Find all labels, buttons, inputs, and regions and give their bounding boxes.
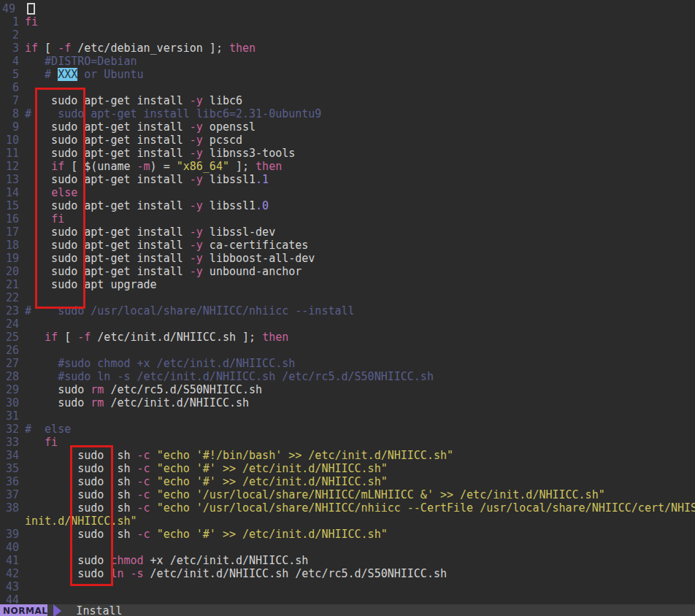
code-text[interactable]: sudo apt-get install -y ca-certificates	[25, 239, 695, 252]
code-segment: /etc/init.d/NHIICC.sh /etc/rc5.d/S50NHII…	[144, 567, 447, 580]
code-text[interactable]: # XXX or Ubuntu	[25, 68, 695, 81]
code-text[interactable]	[25, 541, 695, 554]
code-text[interactable]: # sudo apt-get install libc6=2.31-0ubunt…	[25, 107, 695, 120]
code-segment: sudo sh	[25, 501, 137, 515]
code-text[interactable]: sudo sh -c "echo '#' >> /etc/init.d/NHII…	[25, 462, 695, 475]
code-text[interactable]: if [ -f /etc/debian_version ]; then	[25, 42, 695, 55]
code-text[interactable]: sudo chmod +x /etc/init.d/NHIICC.sh	[25, 554, 695, 567]
powerline-arrow-icon	[53, 604, 61, 616]
code-text[interactable]	[25, 291, 695, 304]
code-text[interactable]	[27, 2, 695, 15]
code-text[interactable]: sudo sh -c "echo '#' >> /etc/init.d/NHII…	[25, 475, 695, 488]
code-segment: libc6	[203, 94, 242, 107]
code-segment: ln	[110, 567, 123, 580]
code-segment: -c	[137, 449, 150, 462]
code-text[interactable]: sudo apt upgrade	[25, 278, 695, 291]
code-segment: .1	[256, 173, 269, 186]
code-text[interactable]: #sudo chmod +x /etc/init.d/NHIICC.sh	[25, 357, 695, 370]
code-text[interactable]: fi	[25, 15, 695, 28]
code-text[interactable]: sudo apt-get install -y unbound-anchor	[25, 265, 695, 278]
code-text[interactable]: sudo sh -c "echo '#' >> /etc/init.d/NHII…	[25, 528, 695, 541]
code-segment: if	[25, 42, 38, 55]
line-number: 40	[0, 541, 19, 554]
code-text[interactable]	[25, 317, 695, 331]
code-text[interactable]	[25, 28, 695, 42]
line-number: 10	[0, 134, 19, 147]
code-segment	[150, 475, 157, 488]
code-segment: libssl1	[203, 199, 256, 212]
code-text[interactable]	[25, 593, 695, 604]
code-segment: then	[262, 331, 288, 344]
code-segment	[150, 462, 157, 475]
code-text[interactable]: else	[25, 186, 695, 199]
code-text[interactable]: sudo apt-get install -y libssl-dev	[25, 226, 695, 239]
code-line: 4 #DISTRO=Debian	[0, 55, 695, 68]
line-number: 35	[0, 462, 19, 475]
search-highlight: XXX	[58, 68, 77, 81]
code-text[interactable]: sudo sh -c "echo '/usr/local/share/NHIIC…	[25, 501, 695, 515]
code-segment: [ $(uname	[64, 160, 137, 173]
code-segment: -m	[137, 160, 150, 173]
code-area[interactable]: 491fi23if [ -f /etc/debian_version ]; th…	[0, 2, 695, 604]
code-segment: sudo	[25, 383, 91, 396]
code-segment: sudo apt-get install	[25, 94, 190, 107]
code-line: 38 sudo sh -c "echo '/usr/local/share/NH…	[0, 501, 695, 515]
code-line: 9 sudo apt-get install -y openssl	[0, 120, 695, 134]
code-text[interactable]: sudo rm /etc/init.d/NHIICC.sh	[25, 396, 695, 409]
code-text[interactable]: sudo apt-get install -y libc6	[25, 94, 695, 107]
code-text[interactable]: #DISTRO=Debian	[25, 55, 695, 68]
code-text[interactable]	[25, 344, 695, 357]
code-segment: "echo '#!/bin/bash' >> /etc/init.d/NHIIC…	[157, 449, 453, 462]
code-segment: /etc/rc5.d/S50NHIICC.sh	[104, 383, 262, 396]
line-number: 34	[0, 449, 19, 462]
code-segment: fi	[45, 436, 58, 449]
code-line: 49	[0, 2, 695, 15]
code-line: 11 sudo apt-get install -y libnss3-tools	[0, 147, 695, 160]
line-number: 49	[0, 2, 21, 15]
code-segment: -y	[190, 265, 203, 278]
code-text[interactable]	[25, 580, 695, 593]
code-text[interactable]: sudo sh -c "echo '/usr/local/share/NHIIC…	[25, 488, 695, 501]
code-line: 12 if [ $(uname -m) = "x86_64" ]; then	[0, 160, 695, 173]
code-text[interactable]	[25, 81, 695, 94]
line-number: 9	[0, 120, 19, 134]
code-line: 44	[0, 593, 695, 604]
code-line: 42 sudo ln -s /etc/init.d/NHIICC.sh /etc…	[0, 567, 695, 580]
code-text[interactable]: sudo apt-get install -y openssl	[25, 120, 695, 134]
code-segment: -y	[190, 173, 203, 186]
code-text[interactable]: sudo apt-get install -y libboost-all-dev	[25, 252, 695, 265]
code-text[interactable]: sudo apt-get install -y libssl1.1	[25, 173, 695, 186]
code-segment: init.d/NHIICC.sh"	[25, 515, 137, 528]
code-text[interactable]: # sudo /usr/local/share/NHIICC/nhiicc --…	[25, 304, 695, 317]
code-text[interactable]: sudo apt-get install -y pcscd	[25, 134, 695, 147]
line-number: 26	[0, 344, 19, 357]
code-segment: if	[45, 331, 58, 344]
code-line: 37 sudo sh -c "echo '/usr/local/share/NH…	[0, 488, 695, 501]
line-number: 3	[0, 42, 19, 55]
code-text[interactable]: sudo sh -c "echo '#!/bin/bash' >> /etc/i…	[25, 449, 695, 462]
code-text[interactable]: if [ -f /etc/init.d/NHIICC.sh ]; then	[25, 331, 695, 344]
code-segment: # sudo apt-get install libc6=2.31-0ubunt…	[25, 107, 321, 120]
code-text[interactable]: init.d/NHIICC.sh"	[25, 515, 695, 528]
code-text[interactable]: #sudo ln -s /etc/init.d/NHIICC.sh /etc/r…	[25, 370, 695, 383]
code-text[interactable]: sudo ln -s /etc/init.d/NHIICC.sh /etc/rc…	[25, 567, 695, 580]
code-segment: libboost-all-dev	[203, 252, 315, 265]
code-text[interactable]: # else	[25, 423, 695, 436]
code-text[interactable]: sudo rm /etc/rc5.d/S50NHIICC.sh	[25, 383, 695, 396]
filename-label: Install	[76, 604, 122, 616]
line-number: 41	[0, 554, 19, 567]
code-segment: -s	[131, 567, 144, 580]
code-line: 31	[0, 409, 695, 423]
code-text[interactable]: sudo apt-get install -y libssl1.0	[25, 199, 695, 212]
code-text[interactable]: if [ $(uname -m) = "x86_64" ]; then	[25, 160, 695, 173]
code-line: 35 sudo sh -c "echo '#' >> /etc/init.d/N…	[0, 462, 695, 475]
code-segment: pcscd	[203, 134, 242, 147]
code-line: init.d/NHIICC.sh"	[0, 515, 695, 528]
code-text[interactable]	[25, 409, 695, 423]
code-text[interactable]: fi	[25, 436, 695, 449]
code-text[interactable]: sudo apt-get install -y libnss3-tools	[25, 147, 695, 160]
code-line: 33 fi	[0, 436, 695, 449]
code-text[interactable]: fi	[25, 212, 695, 226]
code-segment	[25, 186, 51, 199]
line-number: 2	[0, 28, 19, 42]
